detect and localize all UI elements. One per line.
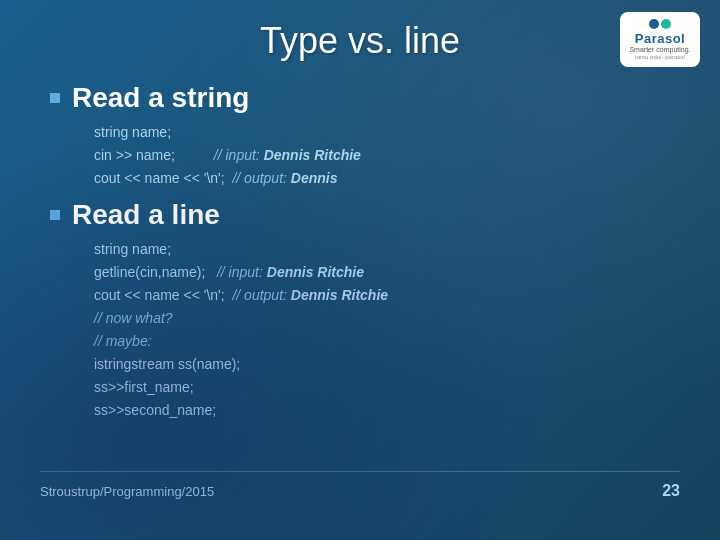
logo-company: Parasol <box>635 31 685 46</box>
slide-title: Type vs. line <box>40 20 680 62</box>
code-line-line-1: string name; <box>94 239 680 260</box>
section-read-string: Read a string string name; cin >> name; … <box>50 82 680 189</box>
code-block-string: string name; cin >> name; // input: Denn… <box>50 122 680 189</box>
code-block-line: string name; getline(cin,name); // input… <box>50 239 680 421</box>
comment-string-2: // input: Dennis Ritchie <box>214 147 361 163</box>
logo: Parasol Smarter computing. tamu.edu/~par… <box>620 12 700 67</box>
code-line-line-6: istringstream ss(name); <box>94 354 680 375</box>
section-read-line: Read a line string name; getline(cin,nam… <box>50 199 680 421</box>
slide: Parasol Smarter computing. tamu.edu/~par… <box>0 0 720 540</box>
comment-string-3: // output: Dennis <box>232 170 337 186</box>
code-line-string-1: string name; <box>94 122 680 143</box>
code-line-line-5: // maybe: <box>94 331 680 352</box>
comment-line-3: // output: Dennis Ritchie <box>232 287 388 303</box>
logo-url: tamu.edu/~parasol <box>635 54 685 60</box>
code-line-string-3: cout << name << '\n'; // output: Dennis <box>94 168 680 189</box>
footer-citation: Stroustrup/Programming/2015 <box>40 484 214 499</box>
code-line-line-7: ss>>first_name; <box>94 377 680 398</box>
code-line-line-8: ss>>second_name; <box>94 400 680 421</box>
logo-tagline: Smarter computing. <box>629 46 690 54</box>
footer: Stroustrup/Programming/2015 23 <box>40 471 680 500</box>
bullet-label-line: Read a line <box>72 199 220 231</box>
bullet-header-line: Read a line <box>50 199 680 231</box>
bullet-header-string: Read a string <box>50 82 680 114</box>
code-line-line-2: getline(cin,name); // input: Dennis Ritc… <box>94 262 680 283</box>
logo-circle-blue <box>649 19 659 29</box>
logo-circle-teal <box>661 19 671 29</box>
code-line-line-3: cout << name << '\n'; // output: Dennis … <box>94 285 680 306</box>
code-line-line-4: // now what? <box>94 308 680 329</box>
page-number: 23 <box>662 482 680 500</box>
bullet-label-string: Read a string <box>72 82 249 114</box>
bullet-square-string <box>50 93 60 103</box>
comment-line-2: // input: Dennis Ritchie <box>217 264 364 280</box>
bullet-square-line <box>50 210 60 220</box>
content-area: Read a string string name; cin >> name; … <box>40 82 680 471</box>
code-line-string-2: cin >> name; // input: Dennis Ritchie <box>94 145 680 166</box>
